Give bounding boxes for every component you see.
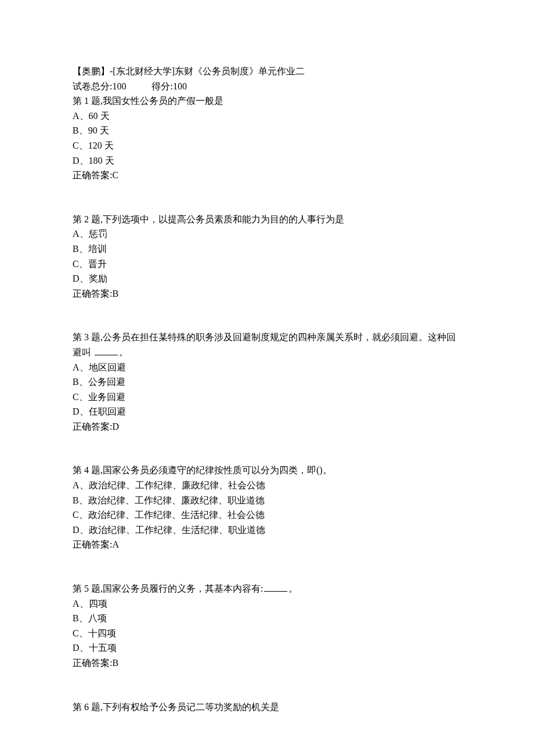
prompt-text-part2: 。 <box>119 347 128 357</box>
option-c: C、业务回避 <box>73 390 461 405</box>
option-d: D、任职回避 <box>73 404 461 419</box>
question-prompt: 第 4 题,国家公务员必须遵守的纪律按性质可以分为四类，即()。 <box>73 463 461 478</box>
prompt-text-part2: 。 <box>288 584 298 593</box>
option-c: C、120 天 <box>73 138 461 153</box>
option-c: C、十四项 <box>73 626 461 641</box>
option-d: D、政治纪律、工作纪律、生活纪律、职业道德 <box>73 523 461 538</box>
question-4: 第 4 题,国家公务员必须遵守的纪律按性质可以分为四类，即()。 A、政治纪律、… <box>73 463 461 552</box>
option-b: B、政治纪律、工作纪律、廉政纪律、职业道德 <box>73 493 461 508</box>
score-line: 试卷总分:100得分:100 <box>73 79 461 94</box>
option-b: B、90 天 <box>73 123 461 138</box>
question-5: 第 5 题,国家公务员履行的义务，其基本内容有:。 A、四项 B、八项 C、十四… <box>73 581 461 671</box>
option-a: A、惩罚 <box>73 226 461 242</box>
question-prompt: 第 5 题,国家公务员履行的义务，其基本内容有:。 <box>73 581 461 596</box>
question-prompt: 第 3 题,公务员在担任某特殊的职务涉及回避制度规定的四种亲属关系时，就必须回避… <box>73 330 461 359</box>
fill-blank <box>95 346 118 355</box>
option-b: B、培训 <box>73 242 461 257</box>
question-prompt: 第 1 题,我国女性公务员的产假一般是 <box>73 93 461 109</box>
option-b: B、公务回避 <box>73 375 461 390</box>
prompt-text-part1: 第 3 题,公务员在担任某特殊的职务涉及回避制度规定的四种亲属关系时，就必须回避… <box>73 332 456 357</box>
option-a: A、地区回避 <box>73 360 461 375</box>
question-3: 第 3 题,公务员在担任某特殊的职务涉及回避制度规定的四种亲属关系时，就必须回避… <box>73 330 461 434</box>
question-2: 第 2 题,下列选项中，以提高公务员素质和能力为目的的人事行为是 A、惩罚 B、… <box>73 212 461 301</box>
correct-answer: 正确答案:B <box>73 286 461 301</box>
option-a: A、60 天 <box>73 109 461 124</box>
question-prompt: 第 2 题,下列选项中，以提高公务员素质和能力为目的的人事行为是 <box>73 212 461 227</box>
question-1: 第 1 题,我国女性公务员的产假一般是 A、60 天 B、90 天 C、120 … <box>73 93 461 183</box>
option-d: D、十五项 <box>73 640 461 656</box>
option-d: D、180 天 <box>73 153 461 168</box>
correct-answer: 正确答案:A <box>73 537 461 552</box>
correct-answer: 正确答案:B <box>73 656 461 671</box>
option-b: B、八项 <box>73 611 461 626</box>
correct-answer: 正确答案:C <box>73 168 461 183</box>
prompt-text-part1: 第 5 题,国家公务员履行的义务，其基本内容有: <box>73 584 263 593</box>
option-c: C、政治纪律、工作纪律、生活纪律、社会公德 <box>73 507 461 523</box>
option-d: D、奖励 <box>73 271 461 286</box>
score-got: 得分:100 <box>151 81 186 91</box>
fill-blank <box>264 582 287 592</box>
option-c: C、晋升 <box>73 257 461 272</box>
correct-answer: 正确答案:D <box>73 419 461 434</box>
document-title: 【奥鹏】-[东北财经大学]东财《公务员制度》单元作业二 <box>73 64 461 79</box>
question-prompt: 第 6 题,下列有权给予公务员记二等功奖励的机关是 <box>73 700 461 715</box>
question-6: 第 6 题,下列有权给予公务员记二等功奖励的机关是 <box>73 700 461 715</box>
option-a: A、四项 <box>73 596 461 611</box>
score-total: 试卷总分:100 <box>73 81 126 91</box>
option-a: A、政治纪律、工作纪律、廉政纪律、社会公德 <box>73 478 461 493</box>
